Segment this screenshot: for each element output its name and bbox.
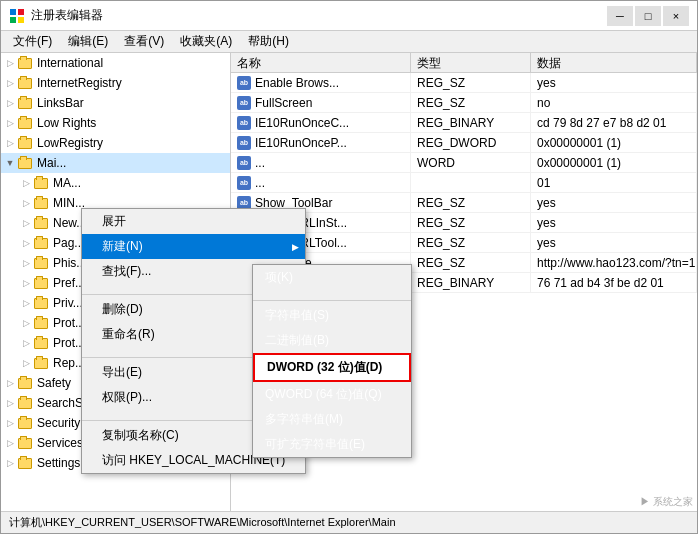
column-header[interactable]: 数据 bbox=[531, 53, 697, 72]
cell-data: cd 79 8d 27 e7 b8 d2 01 bbox=[531, 113, 697, 132]
menu-item[interactable]: 文件(F) bbox=[5, 31, 60, 52]
table-row[interactable]: ab...01 bbox=[231, 173, 697, 193]
submenu: 项(K)字符串值(S)二进制值(B)DWORD (32 位)值(D)QWORD … bbox=[252, 264, 412, 458]
tree-item-label: Safety bbox=[37, 376, 71, 390]
tree-item-label: MA... bbox=[53, 176, 81, 190]
tree-item-label: LinksBar bbox=[37, 96, 84, 110]
submenu-item-string[interactable]: 字符串值(S) bbox=[253, 303, 411, 328]
tree-item-label: Settings bbox=[37, 456, 80, 470]
reg-value-icon: ab bbox=[237, 136, 251, 150]
submenu-item-undefined[interactable] bbox=[253, 290, 411, 298]
folder-icon bbox=[33, 355, 49, 371]
context-menu-item-new[interactable]: 新建(N)项(K)字符串值(S)二进制值(B)DWORD (32 位)值(D)Q… bbox=[82, 234, 305, 259]
expand-arrow-icon: ▷ bbox=[21, 178, 31, 188]
cell-type: WORD bbox=[411, 153, 531, 172]
cell-data: http://www.hao123.com/?tn=12 bbox=[531, 253, 697, 272]
cell-type: REG_SZ bbox=[411, 233, 531, 252]
cell-data: yes bbox=[531, 213, 697, 232]
submenu-item-multistring[interactable]: 多字符串值(M) bbox=[253, 407, 411, 432]
expand-arrow-icon: ▷ bbox=[21, 198, 31, 208]
svg-rect-3 bbox=[18, 17, 24, 23]
cell-type: REG_SZ bbox=[411, 253, 531, 272]
expand-arrow-icon: ▼ bbox=[5, 158, 15, 168]
expand-arrow-icon: ▷ bbox=[21, 258, 31, 268]
menu-item[interactable]: 编辑(E) bbox=[60, 31, 116, 52]
menu-item[interactable]: 收藏夹(A) bbox=[172, 31, 240, 52]
folder-icon bbox=[17, 455, 33, 471]
folder-icon bbox=[33, 315, 49, 331]
expand-arrow-icon: ▷ bbox=[5, 78, 15, 88]
folder-icon bbox=[17, 95, 33, 111]
tree-item[interactable]: ▼Mai... bbox=[1, 153, 230, 173]
submenu-item-dword[interactable]: DWORD (32 位)值(D) bbox=[253, 353, 411, 382]
titlebar: 注册表编辑器 ─ □ × bbox=[1, 1, 697, 31]
watermark: ▶ 系统之家 bbox=[638, 495, 695, 509]
context-menu-item-expand[interactable]: 展开 bbox=[82, 209, 305, 234]
submenu-item-qword[interactable]: QWORD (64 位)值(Q) bbox=[253, 382, 411, 407]
expand-arrow-icon: ▷ bbox=[21, 358, 31, 368]
column-header[interactable]: 类型 bbox=[411, 53, 531, 72]
cell-name: abIE10RunOnceC... bbox=[231, 113, 411, 132]
submenu-item-key[interactable]: 项(K) bbox=[253, 265, 411, 290]
tree-item-label: Services bbox=[37, 436, 83, 450]
titlebar-buttons: ─ □ × bbox=[607, 6, 689, 26]
close-button[interactable]: × bbox=[663, 6, 689, 26]
cell-name: abFullScreen bbox=[231, 93, 411, 112]
menu-item[interactable]: 查看(V) bbox=[116, 31, 172, 52]
reg-value-icon: ab bbox=[237, 76, 251, 90]
tree-item-label: LowRegistry bbox=[37, 136, 103, 150]
folder-icon bbox=[17, 395, 33, 411]
reg-value-icon: ab bbox=[237, 176, 251, 190]
tree-item-label: InternetRegistry bbox=[37, 76, 122, 90]
main-window: 注册表编辑器 ─ □ × 文件(F)编辑(E)查看(V)收藏夹(A)帮助(H) … bbox=[0, 0, 698, 534]
expand-arrow-icon: ▷ bbox=[5, 378, 15, 388]
folder-icon bbox=[33, 335, 49, 351]
folder-icon bbox=[17, 75, 33, 91]
cell-name: abEnable Brows... bbox=[231, 73, 411, 92]
expand-arrow-icon: ▷ bbox=[5, 398, 15, 408]
tree-item-label: Mai... bbox=[37, 156, 66, 170]
expand-arrow-icon: ▷ bbox=[21, 298, 31, 308]
cell-data: 0x00000001 (1) bbox=[531, 153, 697, 172]
table-row[interactable]: abIE10RunOnceP...REG_DWORD0x00000001 (1) bbox=[231, 133, 697, 153]
app-icon bbox=[9, 8, 25, 24]
reg-value-icon: ab bbox=[237, 116, 251, 130]
cell-data: no bbox=[531, 93, 697, 112]
tree-item[interactable]: ▷International bbox=[1, 53, 230, 73]
cell-type: REG_SZ bbox=[411, 213, 531, 232]
cell-name: ab... bbox=[231, 153, 411, 172]
submenu-item-expandstring[interactable]: 可扩充字符串值(E) bbox=[253, 432, 411, 457]
tree-item-label: Priv... bbox=[53, 296, 83, 310]
tree-item[interactable]: ▷LowRegistry bbox=[1, 133, 230, 153]
expand-arrow-icon: ▷ bbox=[21, 238, 31, 248]
tree-item[interactable]: ▷MA... bbox=[1, 173, 230, 193]
minimize-button[interactable]: ─ bbox=[607, 6, 633, 26]
table-row[interactable]: abIE10RunOnceC...REG_BINARYcd 79 8d 27 e… bbox=[231, 113, 697, 133]
cell-data: yes bbox=[531, 193, 697, 212]
submenu-separator bbox=[253, 300, 411, 301]
cell-type: REG_SZ bbox=[411, 73, 531, 92]
cell-data: 76 71 ad b4 3f be d2 01 bbox=[531, 273, 697, 292]
expand-arrow-icon: ▷ bbox=[5, 58, 15, 68]
table-header: 名称类型数据 bbox=[231, 53, 697, 73]
folder-icon bbox=[17, 435, 33, 451]
folder-icon bbox=[33, 275, 49, 291]
tree-item[interactable]: ▷InternetRegistry bbox=[1, 73, 230, 93]
folder-icon bbox=[33, 215, 49, 231]
tree-item[interactable]: ▷LinksBar bbox=[1, 93, 230, 113]
maximize-button[interactable]: □ bbox=[635, 6, 661, 26]
folder-icon bbox=[33, 235, 49, 251]
submenu-item-binary[interactable]: 二进制值(B) bbox=[253, 328, 411, 353]
cell-type bbox=[411, 173, 531, 192]
statusbar-text: 计算机\HKEY_CURRENT_USER\SOFTWARE\Microsoft… bbox=[9, 515, 396, 530]
cell-data: yes bbox=[531, 233, 697, 252]
table-row[interactable]: abEnable Brows...REG_SZyes bbox=[231, 73, 697, 93]
expand-arrow-icon: ▷ bbox=[21, 278, 31, 288]
table-row[interactable]: abFullScreenREG_SZno bbox=[231, 93, 697, 113]
column-header[interactable]: 名称 bbox=[231, 53, 411, 72]
tree-item-label: Pag... bbox=[53, 236, 84, 250]
tree-item[interactable]: ▷Low Rights bbox=[1, 113, 230, 133]
tree-item-label: International bbox=[37, 56, 103, 70]
menu-item[interactable]: 帮助(H) bbox=[240, 31, 297, 52]
table-row[interactable]: ab...WORD0x00000001 (1) bbox=[231, 153, 697, 173]
